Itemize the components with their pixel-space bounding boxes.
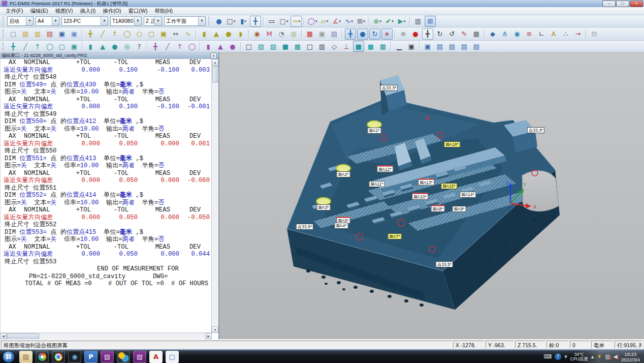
feature-plane-icon[interactable]: ▱▾ [319,16,330,27]
scroll-right-icon[interactable]: ▶ [205,333,212,339]
view-front-icon[interactable]: ▧ [255,41,267,52]
chevron-down-icon[interactable]: ▾ [392,19,394,23]
rotate-3d-icon[interactable]: ↺ [446,28,458,40]
red-sphere-icon[interactable]: ● [410,28,421,40]
start-button[interactable] [3,351,15,363]
solid-view-icon[interactable]: ■ [353,41,364,52]
feature-label[interactable]: ⊠A3* [317,204,331,210]
feature-label[interactable]: ⊠A11* [369,181,385,187]
check-icon[interactable]: ✔▾ [384,16,395,27]
chevron-down-icon[interactable]: ▾ [339,19,341,23]
translate-view-icon[interactable]: ╋ [345,28,356,40]
feature-circle-icon[interactable]: ◯▾ [307,16,318,27]
constructed-cone-icon[interactable]: ▲ [215,41,226,52]
taskbar-pcdmis-icon[interactable]: P [84,351,98,363]
molecule-icon[interactable]: ∴ [560,28,571,40]
feature-label[interactable]: ⊠A2* [337,171,350,177]
chevron-down-icon[interactable]: ▼ [198,17,205,25]
measured-square-slot-icon[interactable]: ▣ [69,41,80,52]
profile-icon[interactable]: ◉ [251,28,263,40]
sphere-feature-icon[interactable]: ● [223,28,234,40]
chevron-down-icon[interactable]: ▾ [363,19,365,23]
scroll-down-icon[interactable]: ▼ [212,326,218,333]
new-file-icon[interactable]: ▢ [8,28,19,40]
layers-icon[interactable]: ≡ [524,28,535,40]
vertical-scroll-thumb[interactable] [212,66,219,82]
chevron-down-icon[interactable]: ▾ [404,19,406,23]
constructed-circle-icon[interactable]: ◯ [186,41,198,52]
cylinder-feature-icon[interactable]: ▮ [199,28,210,40]
view-cube-icon[interactable]: □▾ [226,16,237,27]
ellipse-feature-icon[interactable]: ○ [134,28,145,40]
toolbar-grip[interactable] [208,17,211,25]
editor-horizontal-scrollbar[interactable]: ◀ ▶ [0,332,212,339]
close-file-icon[interactable]: ▤ [44,28,55,40]
maximize-button[interactable]: □ [616,1,629,7]
copy-pages-icon[interactable]: ⊞▾ [356,16,367,27]
chevron-down-icon[interactable]: ▼ [134,17,141,25]
width-feature-icon[interactable]: ↔ [170,28,181,40]
feature-label[interactable]: ⊠A8* [431,205,445,212]
grid-icon[interactable]: ▦ [377,41,389,52]
minimize-window-icon[interactable]: ▁ [394,41,405,52]
menu-item-0[interactable]: 文件(F) [2,7,26,15]
axes-icon[interactable]: ∟ [536,28,547,40]
probe-tip-combo[interactable]: T1A90B0▼ [110,16,142,26]
feature-label[interactable]: 点33.5* [436,261,453,267]
point-feature-icon[interactable]: ╋ [85,28,96,40]
save-as-icon[interactable]: ▣ [69,28,80,40]
tray-help-icon[interactable]: ? [555,353,561,360]
view-top-icon[interactable]: □ [304,41,315,52]
feature-label[interactable]: ⊠A10* [412,193,428,200]
minimize-button[interactable]: – [602,1,616,7]
measured-vector-icon[interactable]: ↑ [32,41,43,52]
taskbar-explorer-icon[interactable]: ▤ [19,351,33,363]
cad-model[interactable]: Z Y X [219,52,644,339]
constructed-vector-icon[interactable]: ↑ [174,41,185,52]
view-right-icon[interactable]: ▩ [292,41,303,52]
view-iso-icon[interactable]: □ [243,41,254,52]
line-feature-icon[interactable]: ╱ [97,28,108,40]
program-combo[interactable]: 123-PC▼ [61,16,108,26]
measured-point-icon[interactable]: ╋ [8,41,19,52]
save-icon[interactable]: ▣ [56,28,68,40]
tray-weather-icon[interactable]: ☀ [597,353,602,360]
feature-label[interactable]: 点33.6* [296,224,313,230]
editor-vertical-scrollbar[interactable]: ▲ ▼ [211,59,218,333]
measured-circle-icon[interactable]: ◯ [44,41,55,52]
wire-globe-icon[interactable]: ⊕ [398,28,409,40]
chevron-down-icon[interactable]: ▼ [101,17,108,25]
dimension-angle-icon[interactable]: ∠▾ [331,16,342,27]
surface-feature-icon[interactable]: ◗ [235,28,246,40]
chevron-down-icon[interactable]: ▾ [327,19,329,23]
feature-label[interactable]: ⊠A7* [388,233,402,239]
measured-torus-icon[interactable]: ◎ [121,41,133,52]
taskbar-bubbles-icon[interactable] [117,351,130,363]
menu-item-3[interactable]: 插入(I) [76,7,99,15]
color-palette-icon[interactable]: ▦ [304,28,315,40]
graphic-display-window[interactable]: Z Y X 点33.3*⊠A1*点33.4*⊠A18*⊠A12*⊠A2*⊠A11… [219,52,644,339]
menu-item-6[interactable]: 帮助(H) [151,7,176,15]
rotate-2d-icon[interactable]: ↻ [434,28,445,40]
wireframe-view-icon[interactable]: ■ [365,41,376,52]
feature-label[interactable]: ⊠A9* [453,206,466,212]
constructed-cylinder-icon[interactable]: ▮ [203,41,214,52]
tray-show-hidden-icon[interactable]: ▴ [591,353,594,360]
link-tree-icon[interactable]: ⋔ [499,28,510,40]
editor-content[interactable]: AXNOMINAL+TOL-TOLMEASDEV逼近矢量方向偏差0.0000.1… [0,59,212,333]
edit-window-close-icon[interactable]: × [210,53,217,59]
highlight-icon[interactable]: A [548,28,559,40]
report-layout1-icon[interactable]: ▤ [434,41,445,52]
toolbar-grip[interactable] [3,17,5,25]
curve-feature-icon[interactable]: ∿ [182,28,194,40]
feature-label[interactable]: ⊠A4* [335,223,348,229]
graphic-analysis-icon[interactable]: ▦ [471,28,482,40]
execute-icon[interactable]: ▶▾ [396,16,407,27]
toolbox-icon[interactable]: ▥ [412,16,424,27]
generic-feature-icon[interactable]: ? [134,41,145,52]
taskbar-cad1-icon[interactable]: ▨ [101,351,114,363]
chevron-down-icon[interactable]: ▼ [52,17,59,25]
probe-z-icon[interactable]: ⊥ [341,41,352,52]
chevron-down-icon[interactable]: ▾ [315,19,317,23]
view-bottom-icon[interactable]: ▥ [316,41,328,52]
